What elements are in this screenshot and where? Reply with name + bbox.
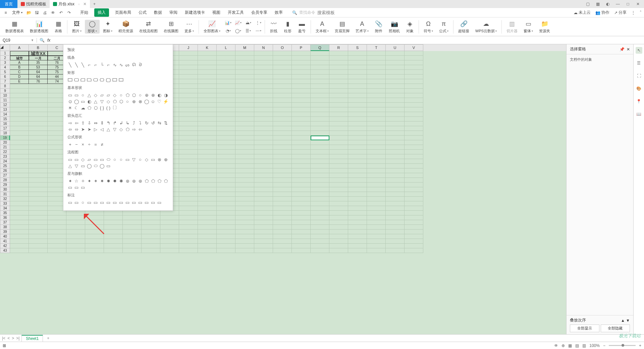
cell[interactable] bbox=[273, 159, 292, 164]
cell[interactable]: B bbox=[10, 65, 29, 70]
cell[interactable] bbox=[292, 248, 311, 253]
shape-item[interactable]: ◇ bbox=[93, 92, 98, 98]
cell[interactable] bbox=[198, 103, 217, 107]
shape-item[interactable]: ◯ bbox=[99, 163, 105, 168]
cell[interactable] bbox=[292, 89, 311, 93]
cell[interactable] bbox=[405, 173, 423, 178]
shape-item[interactable]: ╲ bbox=[80, 62, 86, 67]
cell[interactable] bbox=[254, 70, 273, 74]
cell[interactable] bbox=[179, 230, 198, 234]
cell[interactable] bbox=[142, 248, 160, 253]
cell[interactable] bbox=[179, 56, 198, 60]
cell[interactable]: D bbox=[10, 74, 29, 79]
cell[interactable] bbox=[367, 178, 386, 183]
cell[interactable] bbox=[273, 112, 292, 117]
cell[interactable] bbox=[348, 220, 367, 225]
shape-item[interactable]: ∿ bbox=[118, 62, 124, 67]
cell[interactable] bbox=[292, 239, 311, 244]
cell[interactable] bbox=[405, 117, 423, 121]
row-header[interactable]: 36 bbox=[0, 215, 10, 220]
cell[interactable] bbox=[235, 168, 254, 173]
cell[interactable] bbox=[179, 211, 198, 215]
cell[interactable] bbox=[235, 121, 254, 126]
shape-item[interactable]: ▭ bbox=[99, 157, 105, 162]
col-header-M[interactable]: M bbox=[235, 44, 254, 51]
cell[interactable] bbox=[198, 84, 217, 89]
cell[interactable] bbox=[311, 107, 329, 112]
cell[interactable] bbox=[142, 211, 160, 215]
row-header[interactable]: 8 bbox=[0, 84, 10, 89]
cell[interactable] bbox=[329, 93, 348, 98]
shape-item[interactable]: ◐ bbox=[157, 92, 162, 98]
cell[interactable] bbox=[273, 98, 292, 103]
cell[interactable] bbox=[254, 215, 273, 220]
shape-item[interactable]: ⊗ bbox=[157, 157, 162, 162]
cell[interactable] bbox=[292, 117, 311, 121]
cell[interactable] bbox=[405, 150, 423, 154]
cell[interactable] bbox=[179, 192, 198, 197]
row-header[interactable]: 4 bbox=[0, 65, 10, 70]
shape-item[interactable]: ✶ bbox=[93, 178, 98, 184]
status-left-icon[interactable]: ⊞ bbox=[3, 343, 6, 348]
col-header-L[interactable]: L bbox=[217, 44, 235, 51]
row-header[interactable]: 33 bbox=[0, 201, 10, 206]
cell[interactable] bbox=[235, 197, 254, 201]
shape-item[interactable]: ◯ bbox=[87, 163, 92, 168]
cell[interactable] bbox=[29, 136, 48, 140]
cell[interactable] bbox=[29, 230, 48, 234]
cell[interactable] bbox=[198, 197, 217, 201]
dropdown-icon[interactable]: ▼ bbox=[31, 39, 34, 42]
cell[interactable] bbox=[329, 103, 348, 107]
cell[interactable] bbox=[329, 239, 348, 244]
row-header[interactable]: 39 bbox=[0, 230, 10, 234]
cell[interactable] bbox=[367, 117, 386, 121]
cell[interactable] bbox=[273, 197, 292, 201]
cell[interactable] bbox=[66, 248, 85, 253]
cell[interactable] bbox=[386, 178, 405, 183]
cell[interactable] bbox=[198, 74, 217, 79]
cell[interactable] bbox=[10, 225, 29, 230]
cell[interactable] bbox=[348, 79, 367, 84]
cell[interactable] bbox=[123, 215, 142, 220]
cell[interactable] bbox=[329, 178, 348, 183]
shape-item[interactable]: ⊗ bbox=[150, 92, 156, 98]
shape-item[interactable]: × bbox=[80, 142, 86, 147]
cell[interactable] bbox=[235, 98, 254, 103]
cell[interactable] bbox=[179, 89, 198, 93]
row-header[interactable]: 23 bbox=[0, 154, 10, 159]
cell[interactable] bbox=[292, 197, 311, 201]
cell[interactable] bbox=[273, 192, 292, 197]
cell[interactable] bbox=[311, 173, 329, 178]
cell[interactable] bbox=[217, 121, 235, 126]
cell[interactable] bbox=[254, 74, 273, 79]
cell[interactable] bbox=[311, 126, 329, 131]
ribbon-object[interactable]: ◈对象 bbox=[403, 20, 417, 34]
cell[interactable] bbox=[254, 173, 273, 178]
cell[interactable] bbox=[367, 206, 386, 211]
cell[interactable] bbox=[198, 112, 217, 117]
col-header-N[interactable]: N bbox=[254, 44, 273, 51]
cell[interactable] bbox=[29, 206, 48, 211]
cell[interactable] bbox=[179, 206, 198, 211]
cell[interactable] bbox=[386, 248, 405, 253]
tab-view[interactable]: 视图 bbox=[211, 8, 222, 17]
cell[interactable] bbox=[217, 197, 235, 201]
cell[interactable] bbox=[273, 230, 292, 234]
cell[interactable] bbox=[10, 131, 29, 136]
cell[interactable] bbox=[348, 230, 367, 234]
cell[interactable] bbox=[292, 159, 311, 164]
cell[interactable] bbox=[273, 103, 292, 107]
chart-more-icon[interactable]: ⋯ bbox=[254, 27, 263, 35]
chart-pie-icon[interactable]: ◔ bbox=[224, 27, 232, 35]
cell[interactable] bbox=[235, 60, 254, 65]
shape-item[interactable]: ▭ bbox=[74, 92, 79, 98]
cell[interactable] bbox=[386, 183, 405, 187]
cell[interactable] bbox=[179, 159, 198, 164]
cell[interactable] bbox=[386, 126, 405, 131]
cell[interactable] bbox=[254, 136, 273, 140]
cell[interactable] bbox=[160, 234, 179, 239]
cell[interactable] bbox=[329, 112, 348, 117]
row-header[interactable]: 11 bbox=[0, 98, 10, 103]
cell[interactable] bbox=[292, 215, 311, 220]
cell[interactable] bbox=[311, 220, 329, 225]
